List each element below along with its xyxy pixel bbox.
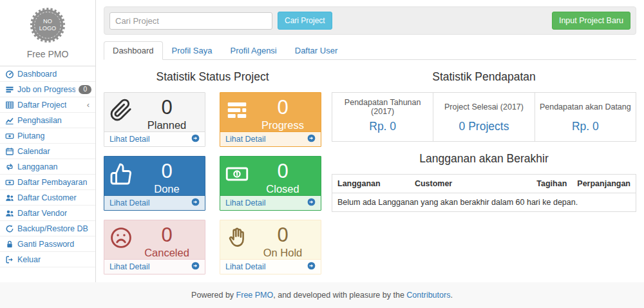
sidebar-item-daftar-pembayaran[interactable]: Daftar Pembayaran [0, 175, 95, 190]
tab-profil-saya[interactable]: Profil Saya [163, 41, 222, 60]
card-done: 0 Done Lihat Detail [104, 156, 205, 211]
lihat-detail-link[interactable]: Lihat Detail [109, 262, 150, 271]
subscription-table: Langganan Customer Tagihan Perpanjangan … [332, 174, 636, 212]
sidebar-item-label: Backup/Restore DB [17, 224, 88, 233]
input-project-baru-button[interactable]: Input Project Baru [552, 12, 630, 30]
app-window: NO LOGO Free PMO Dashboard Job on Progre… [0, 0, 644, 282]
lock-icon [5, 240, 14, 249]
calendar-icon [5, 147, 14, 156]
income-table: Pendapatan Tahunan (2017) Project Selesa… [332, 92, 636, 142]
sidebar-item-daftar-vendor[interactable]: Daftar Vendor [0, 206, 95, 221]
sidebar-item-label: Langganan [17, 162, 58, 171]
card-label: Closed [250, 182, 316, 195]
sidebar-item-ganti-password[interactable]: Ganti Password [0, 236, 95, 252]
lihat-detail-footer[interactable]: Lihat Detail [220, 259, 321, 274]
sidebar-item-dashboard[interactable]: Dashboard [0, 66, 95, 82]
lihat-detail-footer[interactable]: Lihat Detail [104, 131, 205, 146]
tachometer-icon [5, 70, 14, 79]
card-progress: 0 Progress Lihat Detail [220, 92, 321, 147]
sidebar-item-label: Penghasilan [17, 116, 62, 125]
users-icon [5, 193, 14, 202]
arrow-circle-right-icon [191, 262, 200, 272]
footer-text: . [450, 291, 452, 300]
arrow-circle-right-icon [307, 134, 316, 144]
card-count: 0 [134, 97, 200, 119]
card-on-hold: 0 On Hold Lihat Detail [220, 220, 321, 274]
arrow-circle-right-icon [191, 134, 200, 144]
thumbs-up-icon [109, 162, 133, 188]
footer-text: , and developed with pleasure by the [273, 291, 406, 300]
retweet-icon [5, 162, 14, 171]
sidebar-item-piutang[interactable]: Piutang [0, 128, 95, 144]
chevron-left-icon: ‹ [87, 102, 91, 108]
search-button[interactable]: Cari Project [278, 12, 332, 30]
footer-text: Powered by [191, 291, 236, 300]
contributors-link[interactable]: Contributors [406, 291, 450, 300]
tab-bar: Dashboard Profil Saya Profil Agensi Daft… [104, 41, 636, 60]
banknote-icon [225, 162, 249, 188]
top-toolbar: Cari Project Input Project Baru [104, 6, 636, 35]
arrow-circle-right-icon [307, 198, 316, 208]
logo-text-line1: NO [43, 18, 52, 24]
card-closed: 0 Closed Lihat Detail [220, 156, 321, 211]
sidebar-item-daftar-customer[interactable]: Daftar Customer [0, 190, 95, 206]
status-section: Statistik Status Project 0 Planned Lihat… [104, 66, 321, 274]
page-footer: Powered by Free PMO, and developed with … [0, 282, 644, 300]
lihat-detail-footer[interactable]: Lihat Detail [104, 259, 205, 274]
table-icon [5, 101, 14, 110]
tab-dashboard[interactable]: Dashboard [104, 41, 163, 60]
income-value: 0 Projects [433, 117, 535, 142]
list-icon [5, 85, 14, 94]
sidebar-item-label: Daftar Vendor [17, 209, 67, 218]
sidebar-item-label: Ganti Password [17, 240, 74, 249]
lihat-detail-footer[interactable]: Lihat Detail [220, 195, 321, 210]
search-input[interactable] [109, 12, 272, 30]
sidebar-item-label: Daftar Project [17, 101, 66, 110]
logo-text-line2: LOGO [39, 25, 57, 32]
sidebar-item-job-on-progress[interactable]: Job on Progress 0 [0, 82, 95, 97]
lihat-detail-link[interactable]: Lihat Detail [109, 135, 150, 144]
lihat-detail-link[interactable]: Lihat Detail [225, 135, 266, 144]
income-col-header: Project Selesai (2017) [433, 93, 535, 118]
sidebar-item-langganan[interactable]: Langganan [0, 159, 95, 175]
lihat-detail-link[interactable]: Lihat Detail [225, 198, 266, 207]
card-count: 0 [250, 97, 316, 119]
sidebar-item-penghasilan[interactable]: Penghasilan [0, 113, 95, 128]
card-label: Canceled [134, 246, 200, 259]
sidebar-item-backup-restore-db[interactable]: Backup/Restore DB [0, 221, 95, 236]
tab-daftar-user[interactable]: Daftar User [286, 41, 346, 60]
card-label: Done [134, 182, 200, 195]
sidebar-item-label: Dashboard [17, 70, 57, 79]
sidebar-item-calendar[interactable]: Calendar [0, 144, 95, 159]
hand-icon [225, 226, 249, 252]
line-chart-icon [5, 116, 14, 125]
lihat-detail-footer[interactable]: Lihat Detail [220, 131, 321, 146]
sidebar-item-keluar[interactable]: Keluar [0, 252, 95, 267]
tab-profil-agensi[interactable]: Profil Agensi [221, 41, 285, 60]
card-count: 0 [134, 160, 200, 182]
income-value: Rp. 0 [535, 117, 636, 142]
lihat-detail-link[interactable]: Lihat Detail [109, 198, 150, 207]
card-canceled: 0 Canceled Lihat Detail [104, 220, 205, 274]
income-section: Statistik Pendapatan Pendapatan Tahunan … [332, 66, 636, 274]
subscription-col-header: Perpanjangan [572, 175, 636, 193]
frown-icon [109, 226, 133, 252]
lihat-detail-link[interactable]: Lihat Detail [225, 262, 266, 271]
brand-name: Free PMO [0, 49, 95, 59]
income-section-title: Statistik Pendapatan [332, 70, 636, 84]
card-planned: 0 Planned Lihat Detail [104, 92, 205, 147]
arrow-circle-right-icon [307, 262, 316, 272]
subscription-section-title: Langganan akan Berakhir [332, 152, 636, 166]
paperclip-icon [109, 99, 133, 124]
sidebar-item-daftar-project[interactable]: Daftar Project ‹ [0, 97, 95, 113]
card-label: Progress [250, 119, 316, 131]
free-pmo-link[interactable]: Free PMO [236, 291, 274, 300]
subscription-col-header: Tagihan [529, 175, 572, 193]
sidebar: NO LOGO Free PMO Dashboard Job on Progre… [0, 0, 96, 282]
income-col-header: Pendapatan Tahunan (2017) [332, 93, 433, 118]
no-logo-badge: NO LOGO [28, 5, 68, 45]
tasks-icon [225, 99, 249, 124]
card-count: 0 [250, 224, 316, 246]
count-badge: 0 [79, 85, 91, 94]
lihat-detail-footer[interactable]: Lihat Detail [104, 195, 205, 210]
